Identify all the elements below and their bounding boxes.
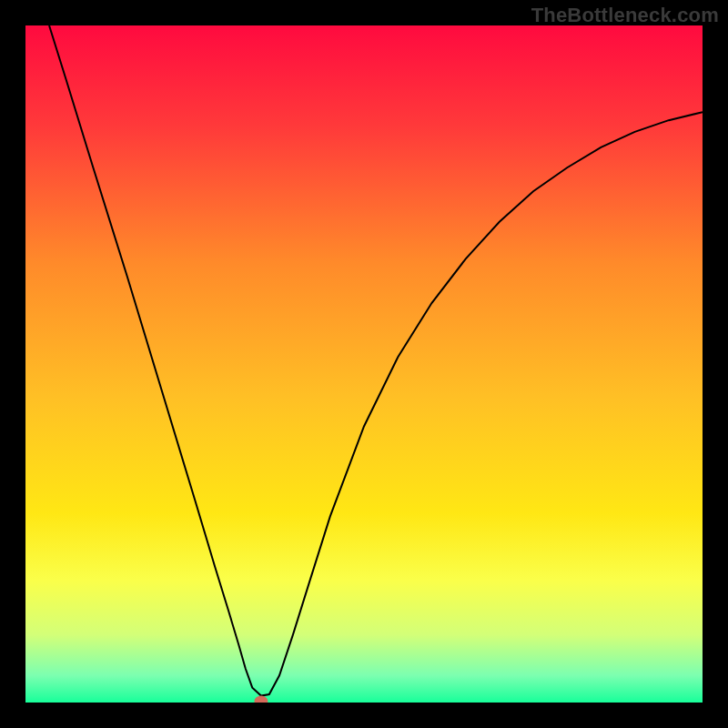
gradient-background: [25, 25, 703, 703]
watermark-text: TheBottleneck.com: [531, 4, 719, 27]
chart-frame: TheBottleneck.com: [0, 0, 728, 728]
plot-svg: [25, 25, 703, 703]
plot-area: [25, 25, 703, 703]
